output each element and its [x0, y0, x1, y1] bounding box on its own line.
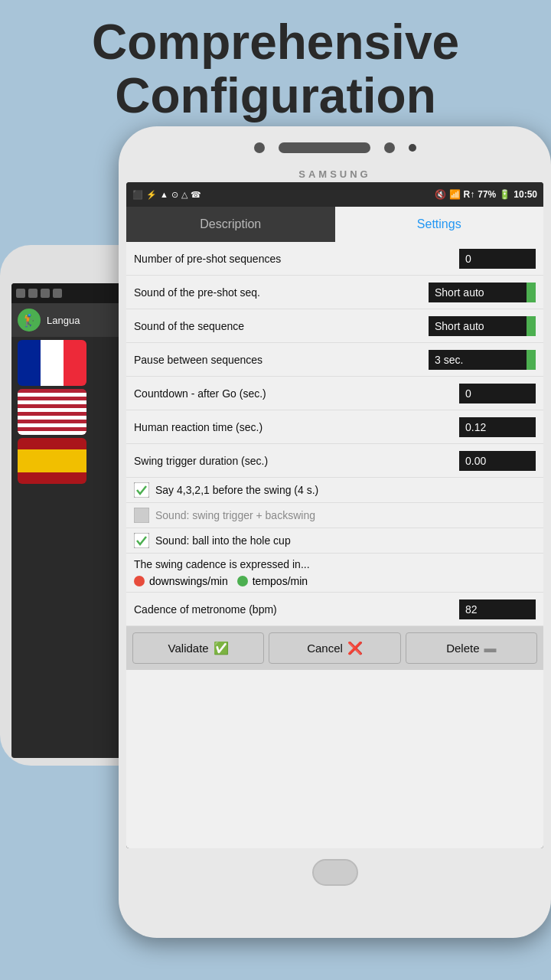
tab-description[interactable]: Description [126, 207, 335, 242]
status-bar: ⬛⚡▲⊙△☎ 🔇 📶 R↑ 77% 🔋 10:50 [126, 182, 543, 207]
flag-us [18, 389, 86, 435]
radio-tempos [237, 576, 248, 586]
cadence-option-downswings[interactable]: downswings/min [134, 575, 228, 587]
cancel-button[interactable]: Cancel ❌ [269, 632, 400, 664]
front-camera [254, 142, 265, 153]
label-ball-sound: Sound: ball into the hole cup [155, 534, 291, 547]
input-metronome[interactable] [459, 599, 536, 619]
label-reaction-time: Human reaction time (sec.) [134, 421, 459, 433]
green-indicator-2 [527, 316, 536, 336]
row-sequence-sound: Sound of the sequence Short auto [126, 309, 543, 343]
label-swing-trigger: Swing trigger duration (sec.) [134, 455, 459, 467]
input-preshot-sound[interactable]: Short auto [429, 283, 527, 302]
cadence-section: The swing cadence is expressed in... dow… [126, 554, 543, 593]
flag-spanish [18, 438, 86, 484]
checkbox-ball-sound[interactable] [134, 533, 149, 548]
speaker [279, 142, 370, 153]
label-metronome: Cadence of metronome (bpm) [134, 603, 459, 616]
label-preshot-sequences: Number of pre-shot sequences [134, 253, 459, 265]
green-indicator-3 [527, 350, 536, 370]
phone-bottom-area [119, 848, 551, 910]
x-icon: ❌ [347, 641, 363, 655]
battery-level: 77% [478, 189, 496, 200]
label-say-countdown: Say 4,3,2,1 before the swing (4 s.) [155, 484, 318, 496]
row-say-countdown: Say 4,3,2,1 before the swing (4 s.) [126, 478, 543, 503]
input-reaction-time[interactable] [459, 417, 536, 437]
check-icon: ✅ [214, 641, 229, 655]
green-indicator-1 [527, 283, 536, 302]
input-pause-sequences[interactable]: 3 sec. [429, 350, 527, 370]
bg-lang-label: Langua [47, 315, 80, 326]
row-swing-sound: Sound: swing trigger + backswing [126, 503, 543, 528]
svg-rect-1 [134, 508, 149, 523]
row-preshot-sequences: Number of pre-shot sequences [126, 242, 543, 276]
label-countdown: Countdown - after Go (sec.) [134, 387, 459, 400]
camera-sensor [409, 144, 416, 152]
clock: 10:50 [514, 189, 537, 200]
row-pause-sequences: Pause between sequences 3 sec. [126, 343, 543, 377]
home-button[interactable] [312, 859, 358, 886]
validate-button[interactable]: Validate ✅ [132, 632, 264, 664]
input-countdown[interactable] [459, 384, 536, 403]
cadence-title: The swing cadence is expressed in... [134, 558, 536, 570]
delete-button[interactable]: Delete ▬ [406, 632, 537, 664]
label-preshot-sound: Sound of the pre-shot seq. [134, 286, 429, 299]
cadence-options: downswings/min tempos/min [134, 575, 536, 587]
label-sequence-sound: Sound of the sequence [134, 320, 429, 332]
input-sequence-sound-container: Short auto [429, 316, 536, 336]
settings-content: Number of pre-shot sequences Sound of th… [126, 242, 543, 848]
tab-bar: Description Settings [126, 207, 543, 242]
label-pause-sequences: Pause between sequences [134, 354, 429, 366]
input-sequence-sound[interactable]: Short auto [429, 316, 527, 336]
input-preshot-sequences[interactable] [459, 249, 536, 269]
row-preshot-sound: Sound of the pre-shot seq. Short auto [126, 276, 543, 309]
sensor [384, 142, 395, 153]
phone-device: SAMSUNG ⬛⚡▲⊙△☎ 🔇 📶 R↑ 77% 🔋 10:50 Descri… [119, 126, 551, 938]
row-swing-trigger: Swing trigger duration (sec.) [126, 444, 543, 478]
label-downswings: downswings/min [149, 575, 228, 587]
cadence-option-tempos[interactable]: tempos/min [237, 575, 308, 587]
label-swing-sound: Sound: swing trigger + backswing [155, 509, 315, 521]
row-reaction-time: Human reaction time (sec.) [126, 410, 543, 444]
status-left-icons: ⬛⚡▲⊙△☎ [132, 190, 201, 200]
svg-rect-2 [134, 533, 149, 548]
checkbox-say-countdown[interactable] [134, 482, 149, 498]
radio-downswings [134, 576, 145, 586]
minus-icon: ▬ [484, 642, 497, 655]
phone-screen: ⬛⚡▲⊙△☎ 🔇 📶 R↑ 77% 🔋 10:50 Description Se… [126, 182, 543, 848]
label-tempos: tempos/min [253, 575, 308, 587]
brand-label: SAMSUNG [119, 168, 551, 180]
status-right-info: 🔇 📶 R↑ 77% 🔋 10:50 [435, 189, 537, 200]
row-metronome: Cadence of metronome (bpm) [126, 593, 543, 626]
input-preshot-sound-container: Short auto [429, 283, 536, 302]
checkbox-swing-sound[interactable] [134, 508, 149, 523]
page-background-title: Comprehensive Configuration [0, 15, 551, 123]
flag-french [18, 340, 86, 386]
row-countdown: Countdown - after Go (sec.) [126, 377, 543, 410]
input-swing-trigger[interactable] [459, 451, 536, 471]
input-pause-sequences-container: 3 sec. [429, 350, 536, 370]
action-buttons: Validate ✅ Cancel ❌ Delete ▬ [126, 626, 543, 670]
tab-settings[interactable]: Settings [335, 207, 544, 242]
row-ball-sound: Sound: ball into the hole cup [126, 528, 543, 554]
svg-rect-0 [134, 482, 149, 498]
